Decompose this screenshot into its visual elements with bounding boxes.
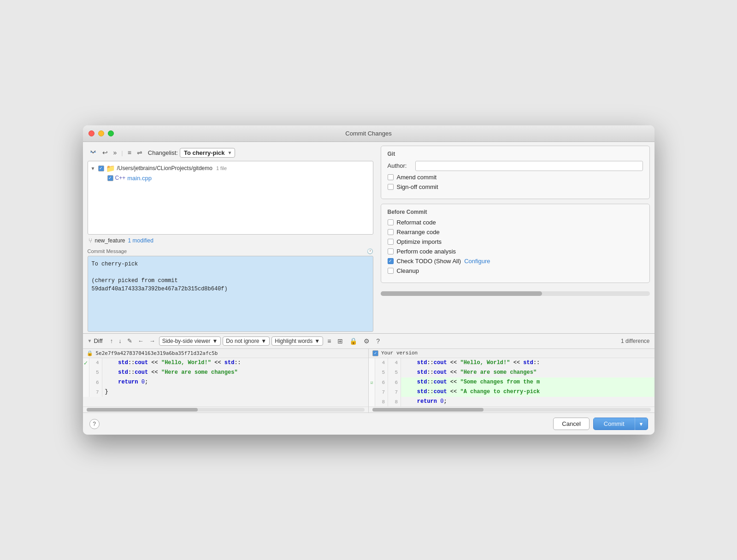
- right-num-left-8: 8: [375, 397, 388, 407]
- next-diff-button[interactable]: ↓: [117, 336, 124, 345]
- right-gutter-4: [369, 358, 375, 368]
- highlight-dropdown[interactable]: Highlight words ▼: [271, 336, 323, 346]
- check-todo-label: Check TODO (Show All): [397, 258, 461, 265]
- sort-asc-button[interactable]: ≡: [126, 148, 133, 157]
- lock-icon-button[interactable]: 🔒: [347, 336, 360, 346]
- right-gutter-8: [369, 397, 375, 407]
- left-content-4: std::cout << "Hello, World!" << std::: [102, 358, 369, 368]
- commit-dropdown-arrow[interactable]: ▼: [635, 418, 648, 430]
- right-content-8: return 0;: [401, 397, 654, 407]
- configure-link[interactable]: Configure: [464, 258, 490, 265]
- ignore-dropdown[interactable]: Do not ignore ▼: [223, 336, 270, 346]
- right-num-left-7: 7: [375, 387, 388, 397]
- move-icon-button[interactable]: [88, 147, 99, 158]
- left-num-6: 6: [89, 377, 102, 387]
- viewer-dropdown[interactable]: Side-by-side viewer ▼: [159, 336, 221, 346]
- bottom-bar: ? Cancel Commit ▼: [83, 413, 654, 435]
- commit-message-section: Commit Message 🕐 To cherry-pick (cherry …: [88, 248, 373, 333]
- file-checkbox[interactable]: ✓: [107, 175, 113, 181]
- branch-icon: ⑂: [88, 237, 92, 244]
- left-gutter-5: [83, 368, 89, 377]
- author-input[interactable]: [415, 161, 643, 171]
- align-icon-button[interactable]: ≡: [325, 336, 333, 346]
- file-item[interactable]: ✓ C++ main.cpp: [88, 174, 373, 183]
- folder-icon: 📁: [106, 164, 115, 173]
- top-section: ↩ » | ≡ ⇌ Changelist: To cherry-pick ▼ ▼: [83, 142, 654, 333]
- highlight-arrow-icon: ▼: [314, 338, 320, 344]
- traffic-lights: [88, 130, 114, 136]
- titlebar: Commit Changes: [83, 125, 654, 142]
- toolbar: ↩ » | ≡ ⇌ Changelist: To cherry-pick ▼: [88, 146, 373, 161]
- optimize-imports-checkbox[interactable]: [388, 239, 394, 245]
- left-lock-icon: 🔒: [87, 350, 93, 356]
- forward-diff-button[interactable]: →: [147, 336, 157, 345]
- diff-right-line-6: ☑ 6 6 std::cout << "Some changes from th…: [369, 377, 654, 387]
- maximize-button[interactable]: [108, 130, 114, 136]
- perform-analysis-checkbox[interactable]: [388, 248, 394, 254]
- right-num-left-5: 5: [375, 368, 388, 377]
- your-version-checkbox[interactable]: [372, 350, 378, 356]
- perform-analysis-row: Perform code analysis: [388, 248, 643, 255]
- file-count: 1 file: [216, 165, 227, 171]
- ignore-label: Do not ignore: [226, 338, 259, 344]
- rearrange-code-row: Rearrange code: [388, 229, 643, 236]
- diff-title: Diff: [94, 337, 102, 344]
- right-num-right-4: 4: [388, 358, 401, 368]
- commit-message-textarea[interactable]: To cherry-pick (cherry picked from commi…: [88, 256, 373, 332]
- folder-path: /Users/jetbrains/CLionProjects/gitdemo: [117, 165, 212, 171]
- help-button[interactable]: ?: [89, 419, 100, 429]
- changelist-value: To cherry-pick: [184, 149, 225, 156]
- diff-left-file-bar: 🔒 5e2e7f9a42783704163e319a6ba35f71d32afc…: [83, 349, 369, 358]
- prev-diff-button[interactable]: ↑: [108, 336, 115, 345]
- optimize-imports-label: Optimize imports: [397, 238, 442, 245]
- rearrange-code-checkbox[interactable]: [388, 229, 394, 235]
- right-scrollbar: [381, 291, 650, 296]
- left-content-6: return 0;: [102, 377, 369, 387]
- folder-item[interactable]: ▼ ✓ 📁 /Users/jetbrains/CLionProjects/git…: [88, 163, 373, 174]
- cleanup-label: Cleanup: [397, 267, 419, 274]
- commit-button[interactable]: Commit: [593, 418, 635, 430]
- right-num-right-7: 7: [388, 387, 401, 397]
- branch-name: new_feature: [95, 237, 125, 244]
- right-num-right-8: 8: [388, 397, 401, 407]
- sort-desc-button[interactable]: ⇌: [135, 148, 144, 157]
- left-gutter-7: [83, 387, 89, 397]
- back-diff-button[interactable]: ←: [136, 336, 146, 345]
- folder-checkbox[interactable]: ✓: [98, 165, 104, 171]
- undo-button[interactable]: ↩: [100, 148, 110, 157]
- history-icon[interactable]: 🕐: [367, 248, 373, 254]
- columns-icon-button[interactable]: ⊞: [335, 336, 345, 346]
- right-gutter-7: [369, 387, 375, 397]
- amend-commit-checkbox[interactable]: [388, 174, 394, 180]
- changelist-dropdown[interactable]: To cherry-pick ▼: [180, 148, 236, 158]
- diff-left-line-4: ✓ 4 std::cout << "Hello, World!" << std:…: [83, 358, 369, 368]
- diff-right-lines: 4 4 std::cout << "Hello, World!" << std:…: [369, 358, 654, 407]
- minimize-button[interactable]: [98, 130, 104, 136]
- collapse-icon[interactable]: ▼: [88, 338, 92, 343]
- help-icon: ?: [93, 421, 96, 427]
- check-todo-checkbox[interactable]: [388, 258, 394, 264]
- cancel-button[interactable]: Cancel: [553, 418, 589, 430]
- diff-right-line-8: 8 8 return 0;: [369, 397, 654, 407]
- help-diff-button[interactable]: ?: [374, 336, 382, 346]
- sign-off-commit-checkbox[interactable]: [388, 184, 394, 190]
- reformat-code-checkbox[interactable]: [388, 219, 394, 225]
- diff-left-line-6: 6 return 0;: [83, 377, 369, 387]
- diff-left-line-5: 5 std::cout << "Here are some changes": [83, 368, 369, 377]
- right-content-7: std::cout << "A change to cherry-pick: [401, 387, 654, 397]
- amend-commit-row: Amend commit: [388, 174, 643, 181]
- left-content-7: }: [102, 387, 369, 397]
- left-scrollbar-thumb: [87, 408, 198, 412]
- cleanup-checkbox[interactable]: [388, 268, 394, 274]
- rearrange-code-label: Rearrange code: [397, 229, 440, 236]
- close-button[interactable]: [88, 130, 94, 136]
- gear-icon-button[interactable]: ⚙: [361, 336, 372, 346]
- edit-diff-button[interactable]: ✎: [125, 336, 134, 345]
- file-tree: ▼ ✓ 📁 /Users/jetbrains/CLionProjects/git…: [88, 161, 373, 235]
- left-panel: ↩ » | ≡ ⇌ Changelist: To cherry-pick ▼ ▼: [88, 146, 373, 333]
- right-gutter-6: ☑: [369, 377, 375, 387]
- diff-left-panel: 🔒 5e2e7f9a42783704163e319a6ba35f71d32afc…: [83, 349, 369, 413]
- commit-changes-window: Commit Changes ↩ » | ≡ ⇌: [83, 125, 654, 435]
- bottom-actions: Cancel Commit ▼: [553, 418, 648, 430]
- more-button[interactable]: »: [112, 148, 119, 157]
